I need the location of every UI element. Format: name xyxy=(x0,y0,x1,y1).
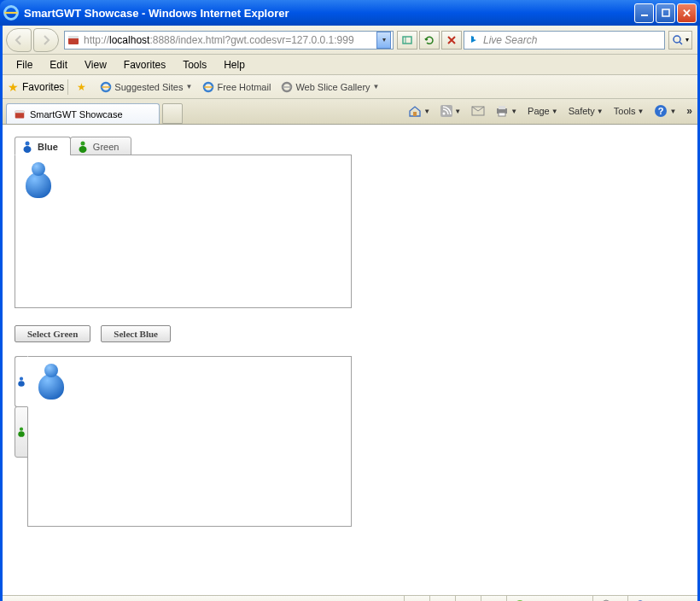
top-tabset: Blue Green xyxy=(15,137,352,308)
zoom-control[interactable]: 100% ▼ xyxy=(627,596,692,601)
menu-help[interactable]: Help xyxy=(215,56,254,73)
search-button[interactable]: ▾ xyxy=(668,31,692,50)
status-bar: Done Local intranet ▼ 100% ▼ xyxy=(3,595,697,601)
svg-point-21 xyxy=(26,142,30,146)
address-bar: http://localhost:8888/index.html?gwt.cod… xyxy=(3,26,697,55)
forward-button[interactable] xyxy=(33,28,59,52)
svg-rect-4 xyxy=(68,36,79,38)
menu-file[interactable]: File xyxy=(8,56,41,73)
svg-point-26 xyxy=(18,381,25,387)
tab-green[interactable]: Green xyxy=(70,137,132,155)
side-tab-green[interactable] xyxy=(15,406,28,458)
svg-rect-18 xyxy=(499,113,505,116)
svg-point-27 xyxy=(20,428,23,431)
url-dropdown[interactable]: ▾ xyxy=(376,32,391,49)
back-button[interactable] xyxy=(6,28,32,52)
add-to-favorites-button[interactable]: ★ xyxy=(72,79,95,95)
print-icon xyxy=(495,105,509,117)
search-field[interactable]: Live Search xyxy=(464,31,665,50)
svg-rect-12 xyxy=(413,112,417,116)
top-tab-pane xyxy=(15,155,352,308)
menu-edit[interactable]: Edit xyxy=(41,56,76,73)
pawn-green-icon xyxy=(17,427,26,437)
rss-icon xyxy=(440,105,452,117)
maximize-button[interactable] xyxy=(656,3,675,23)
arrow-left-icon xyxy=(12,33,26,47)
pawn-blue-icon xyxy=(17,376,26,387)
url-field[interactable]: http://localhost:8888/index.html?gwt.cod… xyxy=(64,31,394,50)
svg-text:?: ? xyxy=(658,106,664,116)
ie-icon xyxy=(202,81,214,93)
help-icon: ? xyxy=(654,104,668,118)
chevron-right-icon[interactable]: » xyxy=(686,105,692,117)
select-blue-button[interactable]: Select Blue xyxy=(101,325,171,342)
page-menu[interactable]: Page▼ xyxy=(524,104,562,118)
feeds-button[interactable]: ▼ xyxy=(437,103,464,119)
free-hotmail-link[interactable]: Free Hotmail xyxy=(197,79,276,95)
svg-point-28 xyxy=(18,431,25,437)
ie-icon xyxy=(281,81,293,93)
pawn-blue-large-icon xyxy=(22,162,55,200)
help-button[interactable]: ?▼ xyxy=(650,102,680,120)
refresh-icon xyxy=(423,34,435,46)
star-add-icon: ★ xyxy=(77,81,86,93)
select-green-button[interactable]: Select Green xyxy=(15,325,90,342)
print-button[interactable]: ▼ xyxy=(492,103,521,119)
svg-rect-2 xyxy=(662,9,669,16)
page-content: Blue Green Select Green Select Blue xyxy=(3,125,697,595)
compat-view-button[interactable] xyxy=(397,31,417,50)
tab-blue[interactable]: Blue xyxy=(15,137,71,155)
pawn-blue-icon xyxy=(22,141,32,153)
home-button[interactable]: ▼ xyxy=(405,102,434,120)
svg-rect-17 xyxy=(499,106,505,109)
menu-view[interactable]: View xyxy=(76,56,115,73)
close-button[interactable]: ✕ xyxy=(677,3,697,23)
svg-point-14 xyxy=(443,113,446,115)
tools-menu[interactable]: Tools▼ xyxy=(610,104,648,118)
pawn-blue-large-icon xyxy=(35,364,67,401)
stop-icon xyxy=(446,35,457,45)
svg-point-23 xyxy=(80,142,85,146)
arrow-right-icon xyxy=(39,33,53,47)
mail-button[interactable] xyxy=(468,104,488,118)
svg-rect-1 xyxy=(641,15,648,16)
svg-point-22 xyxy=(24,146,32,153)
protected-mode[interactable]: ▼ xyxy=(592,596,627,601)
mail-icon xyxy=(471,106,485,116)
svg-rect-11 xyxy=(15,110,25,113)
pawn-green-icon xyxy=(78,141,88,153)
safety-menu[interactable]: Safety▼ xyxy=(565,104,607,118)
favorites-bar: ★ Favorites ★ Suggested Sites▼ Free Hotm… xyxy=(3,75,697,99)
ie-icon xyxy=(100,81,112,93)
browser-tab[interactable]: SmartGWT Showcase xyxy=(6,103,160,124)
menu-tools[interactable]: Tools xyxy=(174,56,215,73)
menu-bar: File Edit View Favorites Tools Help xyxy=(3,55,697,75)
refresh-button[interactable] xyxy=(419,31,440,50)
star-icon: ★ xyxy=(8,80,19,94)
ie-logo-icon xyxy=(3,5,19,20)
svg-rect-5 xyxy=(403,37,411,44)
home-icon xyxy=(408,104,422,118)
magnifier-icon xyxy=(672,34,684,46)
svg-point-24 xyxy=(79,146,86,153)
bing-icon xyxy=(468,34,480,46)
suggested-sites-link[interactable]: Suggested Sites▼ xyxy=(95,79,197,95)
window-title: SmartGWT Showcase - Windows Internet Exp… xyxy=(24,7,289,20)
new-tab-button[interactable] xyxy=(162,103,183,124)
favicon-icon xyxy=(14,108,26,120)
side-tabset xyxy=(15,356,352,527)
url-text: http://localhost:8888/index.html?gwt.cod… xyxy=(84,34,376,46)
window-titlebar: SmartGWT Showcase - Windows Internet Exp… xyxy=(0,0,700,26)
browser-tab-row: SmartGWT Showcase ▼ ▼ ▼ Page▼ Safety▼ To… xyxy=(3,99,697,125)
stop-button[interactable] xyxy=(441,31,462,50)
web-slice-link[interactable]: Web Slice Gallery▼ xyxy=(276,79,384,95)
compat-icon xyxy=(401,34,413,46)
side-tab-blue[interactable] xyxy=(15,356,28,407)
minimize-button[interactable] xyxy=(634,3,654,23)
svg-point-6 xyxy=(674,36,680,43)
menu-favorites[interactable]: Favorites xyxy=(115,56,174,73)
favicon-icon xyxy=(67,33,80,47)
favorites-button[interactable]: Favorites xyxy=(22,81,64,93)
security-zone[interactable]: Local intranet xyxy=(506,596,592,601)
svg-point-25 xyxy=(20,377,23,381)
